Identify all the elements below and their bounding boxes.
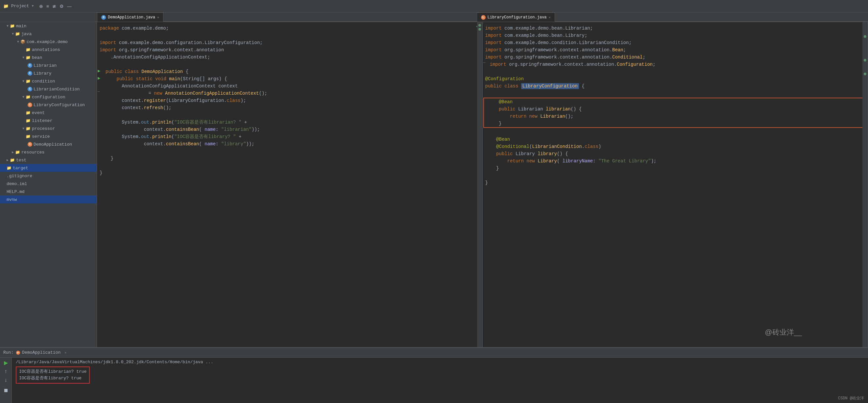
line-content: return new Library( libraryName: "The Gr…: [485, 157, 865, 165]
code-line-r20: }: [483, 165, 868, 172]
line-content: public Library library() {: [485, 150, 865, 157]
sidebar-label-mvnw: mvnw: [7, 197, 17, 202]
run-gutter-icon: ▶: [98, 68, 100, 74]
sidebar-label-processor: processor: [32, 126, 55, 131]
line-content: AnnotationConfigApplicationContext conte…: [100, 83, 480, 90]
run-tab-close[interactable]: ✕: [64, 351, 66, 355]
arrow-configuration: ▼: [22, 95, 24, 99]
sidebar-item-librariancondition[interactable]: C LibrarianCondition: [0, 85, 97, 93]
arrow-condition: ▼: [22, 80, 24, 83]
sidebar-label-event: event: [32, 111, 45, 115]
code-line-r3: import com.example.demo.condition.Librar…: [483, 39, 868, 46]
code-line: [97, 32, 482, 39]
toolbar-btn-3[interactable]: ≢: [52, 4, 56, 9]
sidebar-item-configuration[interactable]: ▼ 📁 configuration: [0, 93, 97, 101]
line-content: public class DemoApplication {: [100, 68, 480, 75]
sidebar-item-com-example-demo[interactable]: ▼ 📦 com.example.demo: [0, 38, 97, 46]
toolbar-btn-4[interactable]: ⚙: [60, 4, 64, 9]
code-line: import org.springframework.context.annot…: [97, 46, 482, 54]
sidebar-item-gitignore[interactable]: .gitignore: [0, 172, 97, 180]
project-dropdown-icon[interactable]: ▼: [32, 4, 34, 8]
run-output-box: IOC容器是否有librarian? true IOC容器是否有library?…: [16, 367, 90, 383]
code-line-r16: @Bean: [483, 136, 868, 143]
tab-label-demo: DemoApplication.java: [108, 15, 155, 20]
run-content: ▶ ↑ ↓ ⏹ /Library/Java/JavaVirtualMachine…: [0, 358, 868, 403]
run-up-button[interactable]: ↑: [5, 369, 7, 374]
line-content: }: [488, 120, 863, 127]
sidebar-item-event[interactable]: ▶ 📁 event: [0, 109, 97, 117]
run-play-button[interactable]: ▶: [4, 360, 8, 366]
code-line-r13: return new Librarian();: [485, 113, 866, 120]
main-area: ▼ 📁 main ▼ 📁 java ▼ 📦 com.example.demo ▶…: [0, 22, 868, 347]
sidebar-item-librarian[interactable]: C Librarian: [0, 61, 97, 69]
toolbar-btn-5[interactable]: —: [67, 4, 72, 9]
sidebar-item-listener[interactable]: ▶ 📁 listener: [0, 117, 97, 125]
toolbar-btn-1[interactable]: ⊕: [39, 4, 43, 9]
code-line-r6: — import org.springframework.context.ann…: [483, 61, 868, 68]
run-output-area: /Library/Java/JavaVirtualMachines/jdk1.8…: [12, 358, 868, 403]
arrow-resources: ▶: [12, 150, 14, 154]
editor-left-content[interactable]: ✓ package com.example.demo; import com.e…: [97, 22, 482, 347]
sidebar-item-java[interactable]: ▼ 📁 java: [0, 30, 97, 38]
tab-close-demo[interactable]: ✕: [157, 16, 159, 20]
sidebar-label-libraryconfiguration: LibraryConfiguration: [34, 102, 85, 107]
tab-close-lib[interactable]: ✕: [549, 16, 551, 20]
sidebar-label-helpmd: HELP.md: [7, 189, 25, 194]
line-content: [100, 162, 480, 169]
code-line: import com.example.demo.configuration.Li…: [97, 39, 482, 46]
sidebar-item-target[interactable]: 📁 target: [0, 164, 97, 172]
sidebar-item-demoapplication[interactable]: C DemoApplication: [0, 141, 97, 148]
sidebar-item-libraryconfiguration[interactable]: C LibraryConfiguration: [0, 101, 97, 109]
run-down-button[interactable]: ↓: [5, 377, 7, 383]
code-line-r11: @Bean: [485, 98, 866, 105]
code-line-r10: [483, 90, 868, 97]
java-icon-librariancondition: C: [28, 87, 32, 91]
run-label: Run:: [3, 350, 13, 355]
code-line: [97, 162, 482, 169]
toolbar-btn-2[interactable]: ≡: [46, 4, 49, 9]
csdn-watermark: CSDN @砖业洋: [838, 396, 864, 401]
code-line: context.refresh();: [97, 104, 482, 112]
gutter-marker-1: [478, 24, 481, 27]
editor-left: ✓ package com.example.demo; import com.e…: [97, 22, 483, 347]
run-stop-button[interactable]: ⏹: [3, 388, 8, 394]
sidebar-item-demoiml[interactable]: demo.iml: [0, 180, 97, 188]
sidebar-item-service[interactable]: ▶ 📁 service: [0, 132, 97, 141]
project-section: 📁 Project ▼ ⊕ ≡ ≢ ⚙ —: [3, 4, 102, 9]
editor-right-content[interactable]: import com.example.demo.bean.Librarian; …: [483, 22, 868, 347]
sidebar-item-mvnw[interactable]: mvnw: [0, 195, 97, 204]
line-content: public Librarian librarian() {: [488, 105, 863, 113]
line-content: import com.example.demo.condition.Librar…: [485, 39, 865, 46]
sidebar-item-annotations[interactable]: ▶ 📁 annotations: [0, 46, 97, 54]
left-editor-gutter: [477, 22, 482, 347]
run-tab-demoapplication[interactable]: ▶ DemoApplication: [16, 350, 61, 355]
java-icon-libraryconfiguration: C: [28, 102, 32, 107]
sidebar-item-library[interactable]: C Library: [0, 69, 97, 77]
line-content: @Bean: [488, 98, 863, 105]
folder-icon-event: 📁: [26, 111, 31, 115]
sidebar-item-bean[interactable]: ▼ 📁 bean: [0, 54, 97, 61]
java-icon-library: C: [28, 71, 32, 75]
sidebar-item-test[interactable]: ▶ 📁 test: [0, 156, 97, 164]
line-content: public static void main(String[] args) {: [100, 75, 480, 83]
line-content: [100, 32, 480, 39]
code-line-r5: import org.springframework.context.annot…: [483, 54, 868, 61]
folder-icon-target: 📁: [7, 166, 11, 170]
code-line: System.out.println("IOC容器是否有library? " +: [97, 133, 482, 141]
tab-icon-lib: L: [481, 15, 486, 20]
line-content: @Bean: [485, 136, 865, 143]
line-content: }: [485, 165, 865, 172]
line-content: [485, 68, 865, 75]
sidebar-item-main[interactable]: ▼ 📁 main: [0, 22, 97, 30]
code-line: context.containsBean( name: "librarian")…: [97, 126, 482, 133]
sidebar-item-processor[interactable]: ▼ 📁 processor: [0, 125, 97, 132]
sidebar-item-condition[interactable]: ▼ 📁 condition: [0, 77, 97, 85]
code-line-r9: public class LibraryConfiguration {: [483, 83, 868, 90]
line-content: }: [100, 155, 480, 162]
gutter-marker-2: [478, 28, 481, 31]
sidebar-item-resources[interactable]: ▶ 📁 resources: [0, 148, 97, 156]
line-content: }: [485, 179, 865, 186]
tab-library-config[interactable]: L LibraryConfiguration.java ✕: [477, 12, 555, 22]
sidebar-item-helpmd[interactable]: HELP.md: [0, 188, 97, 195]
tab-demo-application[interactable]: D DemoApplication.java ✕: [97, 12, 163, 22]
